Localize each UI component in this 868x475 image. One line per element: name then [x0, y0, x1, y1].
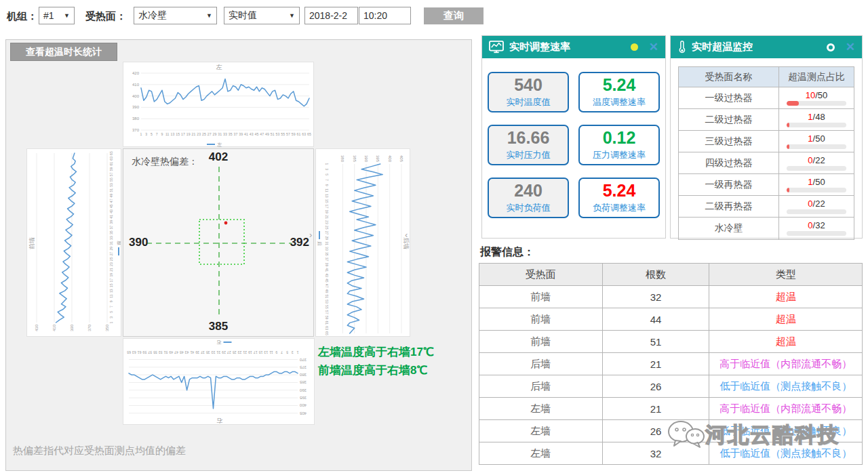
svg-text:51: 51 — [109, 188, 113, 192]
rate-panel-title: 实时调整速率 — [509, 41, 570, 54]
overtemp-ratio: 1/50 — [779, 174, 854, 195]
svg-text:9: 9 — [275, 350, 277, 354]
svg-text:57: 57 — [286, 132, 290, 136]
svg-text:19: 19 — [186, 132, 191, 136]
svg-text:63: 63 — [132, 350, 136, 354]
svg-text:29: 29 — [325, 236, 329, 240]
svg-text:9: 9 — [109, 300, 113, 302]
rate-panel-header: 实时调整速率 ✕ — [482, 36, 665, 58]
caret-down-icon: ▼ — [285, 12, 295, 19]
overtemp-row: 二级过热器1/48 — [679, 109, 854, 131]
unit-select[interactable]: #1 ▼ — [39, 7, 75, 24]
svg-text:21: 21 — [243, 350, 247, 354]
overtemp-ratio: 1/48 — [779, 109, 854, 130]
svg-text:395: 395 — [299, 396, 307, 400]
alarm-col-surface: 受热面 — [479, 264, 603, 286]
svg-text:45: 45 — [109, 204, 113, 208]
alarm-count: 21 — [602, 353, 709, 375]
svg-text:370: 370 — [87, 324, 92, 331]
mode-select[interactable]: 实时值 ▼ — [224, 7, 300, 24]
svg-text:5: 5 — [109, 311, 113, 313]
svg-text:380: 380 — [340, 155, 344, 163]
svg-text:29: 29 — [213, 132, 217, 136]
svg-text:55: 55 — [281, 132, 285, 136]
deviation-left-value: 390 — [129, 236, 148, 249]
svg-text:35: 35 — [325, 252, 329, 256]
alarm-type: 低于临近值（测点接触不良） — [709, 420, 863, 442]
alarm-surface: 左墙 — [479, 442, 603, 465]
svg-text:385: 385 — [353, 155, 357, 163]
back-wall-trend-chart-svg: 4054003953903853801357911131517192123252… — [316, 149, 410, 337]
water-wall-deviation-diagram: 水冷壁热偏差： 402 390 392 385 — [123, 148, 314, 337]
alarm-col-count: 根数 — [602, 264, 709, 286]
rate-card-value: 5.24 — [603, 76, 636, 95]
svg-text:61: 61 — [109, 162, 113, 166]
svg-text:3: 3 — [292, 350, 294, 354]
svg-text:13: 13 — [171, 132, 175, 136]
svg-text:1: 1 — [325, 163, 329, 165]
svg-text:405: 405 — [399, 155, 403, 163]
svg-text:7: 7 — [156, 132, 158, 136]
overtemp-duration-stats-button[interactable]: 查看超温时长统计 — [10, 43, 117, 61]
svg-text:15: 15 — [325, 199, 329, 203]
rate-card-value: 240 — [514, 182, 542, 201]
mode-select-value: 实时值 — [229, 9, 257, 22]
svg-text:65: 65 — [127, 350, 131, 354]
close-icon[interactable]: ✕ — [846, 41, 855, 53]
svg-text:380: 380 — [132, 117, 140, 121]
alarm-row: 左墙32低于临近值（测点接触不良） — [479, 442, 863, 465]
svg-text:31: 31 — [325, 241, 329, 245]
caret-down-icon: ▼ — [202, 12, 212, 19]
svg-text:33: 33 — [212, 350, 216, 354]
svg-text:37: 37 — [109, 225, 113, 229]
svg-text:59: 59 — [109, 167, 113, 171]
thermometer-icon — [677, 40, 686, 55]
dashboard-root: 机组： #1 ▼ 受热面： 水冷壁 ▼ 实时值 ▼ 查询 查看超温时长统计 42… — [0, 0, 868, 475]
svg-text:43: 43 — [185, 350, 189, 354]
svg-text:57: 57 — [109, 172, 113, 176]
date-input[interactable] — [304, 7, 358, 24]
svg-text:65: 65 — [325, 331, 329, 335]
svg-text:43: 43 — [250, 132, 254, 136]
overtemp-panel-header: 实时超温监控 ✕ — [671, 36, 862, 58]
rate-card-value: 540 — [514, 76, 542, 95]
overtemp-panel-title: 实时超温监控 — [692, 41, 753, 54]
rate-card-label: 实时压力值 — [507, 149, 551, 161]
surface-select[interactable]: 水冷壁 ▼ — [134, 7, 217, 24]
svg-text:9: 9 — [161, 132, 163, 136]
overtemp-row: 水冷壁0/32 — [679, 218, 854, 239]
svg-text:53: 53 — [325, 300, 329, 304]
rate-card-1: 5.24温度调整速率 — [578, 72, 660, 112]
svg-text:35: 35 — [206, 350, 210, 354]
svg-text:370: 370 — [132, 128, 140, 132]
svg-text:45: 45 — [325, 278, 329, 283]
alarm-row: 左墙21高于临近值（内部流通不畅） — [479, 398, 863, 420]
svg-text:27: 27 — [208, 132, 212, 136]
svg-text:51: 51 — [163, 350, 167, 354]
time-input[interactable] — [359, 7, 411, 24]
svg-text:390: 390 — [70, 324, 74, 331]
query-button[interactable]: 查询 — [424, 7, 484, 24]
svg-text:410: 410 — [132, 83, 140, 87]
left-wall-trend-chart-svg: 4204104003903803701357911131517192123252… — [123, 62, 315, 148]
svg-text:41: 41 — [325, 268, 329, 272]
rate-card-label: 温度调整速率 — [593, 96, 646, 108]
overtemp-col-ratio: 超温测点占比 — [779, 67, 854, 87]
alarm-type: 超温 — [709, 286, 863, 308]
svg-text:375: 375 — [299, 365, 307, 369]
realtime-adjust-rate-panel: 实时调整速率 ✕ 540实时温度值5.24温度调整速率16.66实时压力值0.1… — [481, 35, 666, 239]
svg-text:23: 23 — [237, 350, 241, 354]
close-icon[interactable]: ✕ — [649, 41, 658, 53]
svg-text:43: 43 — [109, 209, 113, 213]
svg-text:17: 17 — [254, 350, 258, 354]
rate-card-value: 16.66 — [507, 129, 550, 148]
alarm-count: 32 — [602, 442, 709, 465]
svg-text:45: 45 — [255, 132, 259, 136]
alarm-count: 26 — [602, 420, 709, 442]
unit-label: 机组： — [7, 10, 37, 23]
svg-text:390: 390 — [364, 155, 368, 163]
alarm-count: 21 — [602, 398, 709, 420]
svg-text:59: 59 — [292, 132, 296, 136]
alarm-type: 高于临近值（内部流通不畅） — [709, 353, 863, 375]
alarm-table-header: 受热面 根数 类型 — [479, 264, 863, 286]
